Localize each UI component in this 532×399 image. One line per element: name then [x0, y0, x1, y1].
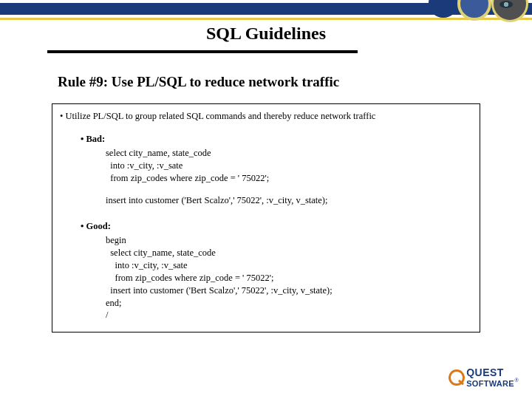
eye-icon [499, 1, 513, 8]
logo-bottom-text: SOFTWARE [466, 380, 514, 389]
bad-label: Bad: [81, 133, 472, 146]
good-label: Good: [81, 220, 472, 233]
slide-title: SQL Guidelines [0, 24, 532, 44]
header-band [0, 0, 532, 21]
circle-icon [491, 0, 528, 22]
good-code-block: begin select city_name, state_code into … [106, 234, 472, 321]
quest-logo: QUEST SOFTWARE® [449, 367, 519, 389]
logo-top-text: QUEST [466, 366, 504, 378]
title-underline [47, 50, 358, 53]
registered-icon: ® [514, 377, 519, 383]
bad-code-block-1: select city_name, state_code into :v_cit… [106, 147, 472, 185]
circle-icon [429, 0, 458, 18]
content-box: Utilize PL/SQL to group related SQL comm… [52, 103, 480, 332]
bad-code-block-2: insert into customer ('Bert Scalzo',' 75… [106, 194, 472, 207]
quest-q-icon [449, 369, 465, 386]
rule-heading: Rule #9: Use PL/SQL to reduce network tr… [58, 74, 339, 90]
lead-bullet: Utilize PL/SQL to group related SQL comm… [60, 110, 472, 123]
circle-icon [457, 0, 491, 21]
quest-logo-text: QUEST SOFTWARE® [466, 367, 519, 389]
